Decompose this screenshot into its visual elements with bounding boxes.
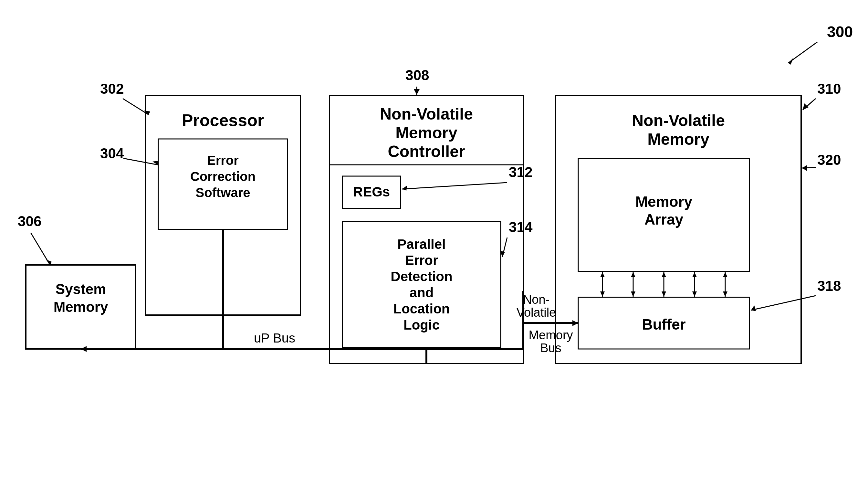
processor-label: Processor	[182, 111, 264, 129]
svg-text:Non-Volatile: Non-Volatile	[380, 105, 473, 123]
svg-text:Memory: Memory	[635, 193, 693, 210]
svg-text:System: System	[56, 281, 106, 297]
up-bus-label: uP Bus	[254, 331, 295, 345]
label-302: 302	[100, 81, 124, 97]
svg-text:Buffer: Buffer	[642, 316, 686, 333]
svg-text:Parallel: Parallel	[397, 236, 445, 252]
label-308: 308	[406, 67, 429, 83]
svg-text:Memory: Memory	[395, 124, 457, 142]
svg-text:Detection: Detection	[391, 269, 452, 284]
label-320: 320	[817, 152, 841, 168]
svg-rect-4	[158, 139, 287, 229]
svg-text:and: and	[410, 285, 434, 300]
label-318: 318	[817, 278, 841, 294]
label-306: 306	[18, 213, 41, 229]
svg-text:Array: Array	[645, 211, 683, 228]
svg-text:REGs: REGs	[353, 184, 390, 199]
svg-text:Non-Volatile: Non-Volatile	[632, 111, 725, 129]
svg-text:Error: Error	[207, 153, 239, 167]
svg-text:Correction: Correction	[190, 169, 255, 184]
svg-text:Memory: Memory	[528, 328, 573, 342]
svg-text:Error: Error	[405, 253, 438, 268]
svg-text:Memory: Memory	[53, 299, 108, 315]
label-300: 300	[827, 23, 853, 41]
label-304: 304	[100, 145, 124, 161]
svg-text:Non-: Non-	[523, 293, 550, 306]
svg-text:Bus: Bus	[540, 341, 561, 355]
label-312: 312	[509, 164, 532, 180]
label-314: 314	[509, 219, 533, 235]
svg-text:Location: Location	[393, 301, 450, 316]
svg-text:Controller: Controller	[388, 142, 465, 160]
svg-text:Memory: Memory	[647, 130, 709, 148]
svg-text:Logic: Logic	[404, 317, 440, 332]
svg-text:Software: Software	[196, 185, 250, 200]
label-310: 310	[817, 81, 841, 97]
